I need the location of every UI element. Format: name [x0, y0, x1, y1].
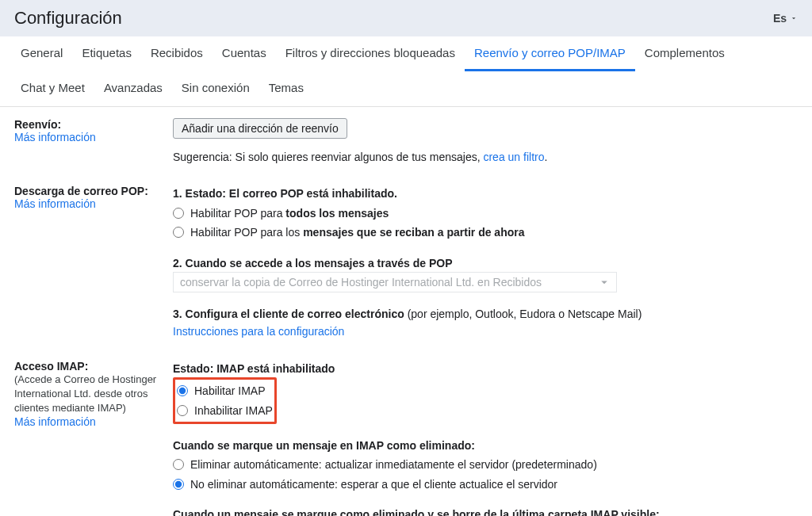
imap-deleted-noauto-label: No eliminar automáticamente: esperar a q…: [190, 476, 557, 493]
imap-lastfolder-title: Cuando un mensaje se marque como elimina…: [173, 506, 798, 516]
language-label: Es: [773, 12, 787, 25]
imap-sub: (Accede a Correo de Hostinger Internatio…: [14, 373, 173, 416]
imap-body: Estado: IMAP está inhabilitado Habilitar…: [173, 360, 798, 516]
imap-radio-enable[interactable]: [177, 385, 188, 396]
forwarding-title: Reenvío:: [14, 118, 173, 131]
pop-title: Descarga de correo POP:: [14, 185, 173, 197]
pop-step2-title: 2. Cuando se accede a los mensajes a tra…: [173, 254, 798, 272]
pop-opt1-label: Habilitar POP para todos los mensajes: [190, 204, 389, 222]
tab-advanced[interactable]: Avanzadas: [94, 71, 172, 106]
tab-themes[interactable]: Temas: [259, 71, 313, 106]
tab-accounts[interactable]: Cuentas: [213, 36, 276, 71]
imap-more-info-link[interactable]: Más información: [14, 415, 173, 428]
pop-status-value: El correo POP está inhabilitado.: [229, 187, 397, 200]
imap-deleted-block: Cuando se marque un mensaje en IMAP como…: [173, 437, 798, 493]
pop-opt2-label: Habilitar POP para los mensajes que se r…: [190, 224, 524, 241]
pop-radio-all[interactable]: [173, 208, 184, 219]
imap-deleted-auto-label: Eliminar automáticamente: actualizar inm…: [190, 456, 597, 473]
suggestion-suffix: .: [545, 151, 548, 163]
pop-radio-now-on[interactable]: [173, 227, 184, 238]
imap-disable-label: Inhabilitar IMAP: [194, 402, 273, 419]
create-filter-link[interactable]: crea un filtro: [483, 151, 544, 163]
pop-config-instructions-link[interactable]: Instrucciones para la configuración: [173, 323, 798, 340]
pop-step3-line: 3. Configura el cliente de correo electr…: [173, 305, 798, 323]
imap-status-prefix: Estado:: [173, 362, 216, 375]
language-selector[interactable]: Es: [773, 12, 798, 25]
pop-option-now-on[interactable]: Habilitar POP para los mensajes que se r…: [173, 224, 798, 241]
forwarding-more-info-link[interactable]: Más información: [14, 131, 173, 143]
tab-filters[interactable]: Filtros y direcciones bloqueadas: [276, 36, 465, 71]
suggestion-prefix: Sugerencia: Si solo quieres reenviar alg…: [173, 151, 483, 163]
imap-deleted-radio-auto[interactable]: [173, 459, 184, 470]
tab-forwarding-pop-imap[interactable]: Reenvío y correo POP/IMAP: [465, 36, 635, 71]
pop-status-prefix: 1. Estado:: [173, 187, 229, 200]
pop-step2: 2. Cuando se accede a los mensajes a tra…: [173, 254, 798, 292]
chevron-down-icon: [790, 12, 798, 25]
imap-label: Acceso IMAP: (Accede a Correo de Hosting…: [14, 360, 173, 429]
pop-option-all[interactable]: Habilitar POP para todos los mensajes: [173, 204, 798, 222]
add-forwarding-address-button[interactable]: Añadir una dirección de reenvío: [173, 118, 347, 139]
tab-offline[interactable]: Sin conexión: [172, 71, 259, 106]
imap-enable-highlight: Habilitar IMAP Inhabilitar IMAP: [173, 377, 277, 424]
pop-section: Descarga de correo POP: Más información …: [14, 185, 798, 340]
pop-action-select[interactable]: conservar la copia de Correo de Hostinge…: [173, 272, 617, 292]
page-header: Configuración Es: [0, 0, 812, 36]
imap-deleted-title: Cuando se marque un mensaje en IMAP como…: [173, 437, 798, 454]
forwarding-section: Reenvío: Más información Añadir una dire…: [14, 118, 798, 166]
tabs-nav: General Etiquetas Recibidos Cuentas Filt…: [0, 36, 812, 107]
forwarding-label: Reenvío: Más información: [14, 118, 173, 143]
imap-deleted-radio-noauto[interactable]: [173, 479, 184, 490]
imap-deleted-noauto[interactable]: No eliminar automáticamente: esperar a q…: [173, 476, 798, 493]
settings-content: Reenvío: Más información Añadir una dire…: [0, 107, 812, 516]
imap-enable-label: Habilitar IMAP: [194, 382, 265, 399]
pop-label: Descarga de correo POP: Más información: [14, 185, 173, 210]
tab-general[interactable]: General: [11, 36, 72, 71]
pop-body: 1. Estado: El correo POP está inhabilita…: [173, 185, 798, 340]
imap-lastfolder-block: Cuando un mensaje se marque como elimina…: [173, 506, 798, 516]
forwarding-body: Añadir una dirección de reenvío Sugerenc…: [173, 118, 798, 166]
pop-more-info-link[interactable]: Más información: [14, 197, 173, 210]
pop-step3-prefix: 3. Configura el cliente de correo electr…: [173, 308, 408, 320]
imap-disable-option[interactable]: Inhabilitar IMAP: [177, 402, 273, 419]
pop-status: 1. Estado: El correo POP está inhabilita…: [173, 185, 798, 202]
forwarding-suggestion: Sugerencia: Si solo quieres reenviar alg…: [173, 148, 798, 166]
imap-radio-disable[interactable]: [177, 405, 188, 416]
pop-step3: 3. Configura el cliente de correo electr…: [173, 305, 798, 341]
imap-enable-option[interactable]: Habilitar IMAP: [177, 382, 273, 399]
tab-inbox[interactable]: Recibidos: [141, 36, 213, 71]
imap-status: Estado: IMAP está inhabilitado: [173, 360, 798, 377]
imap-title: Acceso IMAP:: [14, 360, 173, 373]
imap-status-value: IMAP está inhabilitado: [216, 362, 335, 375]
page-title: Configuración: [14, 8, 122, 29]
pop-step3-paren: (por ejemplo, Outlook, Eudora o Netscape…: [408, 308, 642, 320]
tab-chat-meet[interactable]: Chat y Meet: [11, 71, 94, 106]
tab-addons[interactable]: Complementos: [635, 36, 734, 71]
imap-deleted-auto[interactable]: Eliminar automáticamente: actualizar inm…: [173, 456, 798, 473]
tab-labels[interactable]: Etiquetas: [72, 36, 141, 71]
imap-section: Acceso IMAP: (Accede a Correo de Hosting…: [14, 360, 798, 516]
